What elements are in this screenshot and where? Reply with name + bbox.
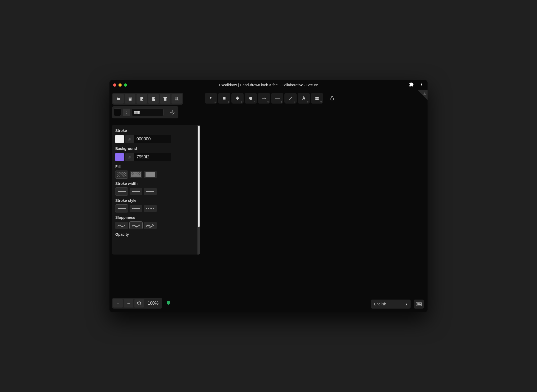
background-color-swatch[interactable] (115, 153, 124, 161)
svg-point-1 (421, 84, 422, 85)
panel-scrollbar[interactable] (197, 125, 200, 255)
titlebar: Excalidraw | Hand-drawn look & feel · Co… (109, 80, 428, 90)
svg-rect-36 (420, 304, 421, 305)
canvas-color-swatch[interactable] (114, 109, 121, 116)
tool-diamond[interactable]: 3 (231, 93, 244, 104)
svg-point-9 (249, 97, 252, 100)
svg-rect-15 (331, 98, 334, 100)
encryption-shield-icon[interactable] (166, 300, 171, 306)
stroke-thick-button[interactable] (144, 188, 157, 195)
zoom-value: 100% (145, 301, 161, 306)
svg-point-6 (177, 97, 178, 99)
properties-panel: Stroke # Background # Fill (112, 125, 200, 255)
svg-rect-4 (164, 97, 167, 98)
svg-rect-33 (420, 303, 420, 304)
svg-rect-24 (266, 171, 268, 173)
app-content: # 1 2 3 4 5 6 7 A8 9 Stroke # (109, 90, 428, 312)
svg-rect-31 (418, 303, 418, 304)
svg-rect-13 (315, 99, 317, 100)
svg-rect-12 (317, 97, 319, 98)
chevron-up-icon: ▴ (406, 302, 407, 306)
tool-arrow[interactable]: 5 (258, 93, 270, 104)
minimize-window-button[interactable] (118, 83, 122, 87)
fill-hachure-button[interactable] (115, 171, 128, 178)
svg-rect-3 (164, 98, 166, 101)
svg-rect-35 (418, 304, 420, 305)
window-controls (113, 83, 127, 87)
svg-rect-32 (419, 303, 419, 304)
stroke-style-label: Stroke style (115, 198, 194, 203)
svg-point-2 (421, 86, 422, 86)
stroke-color-swatch[interactable] (115, 135, 124, 143)
style-dashed-button[interactable] (130, 205, 142, 212)
background-color-input[interactable] (134, 153, 171, 161)
tool-selection[interactable]: 1 (205, 93, 217, 104)
fill-label: Fill (115, 164, 194, 169)
svg-rect-8 (223, 97, 225, 99)
fill-solid-button[interactable] (144, 171, 157, 178)
svg-point-28 (272, 166, 275, 169)
svg-point-20 (269, 173, 279, 182)
tool-freedraw[interactable]: 7 (284, 93, 297, 104)
language-select[interactable]: English ▴ (371, 300, 411, 309)
tool-ellipse[interactable]: 4 (245, 93, 257, 104)
extension-icon[interactable] (409, 82, 414, 88)
svg-point-18 (252, 161, 320, 232)
close-window-button[interactable] (113, 83, 116, 87)
stroke-medium-button[interactable] (130, 188, 142, 195)
style-dotted-button[interactable] (144, 205, 157, 212)
tool-text[interactable]: A8 (298, 93, 310, 104)
tool-line[interactable]: 6 (271, 93, 283, 104)
lock-tool-button[interactable] (327, 93, 337, 104)
svg-point-5 (175, 97, 177, 99)
sloppiness-architect-button[interactable] (115, 222, 128, 229)
svg-rect-25 (279, 171, 281, 173)
language-value: English (374, 302, 386, 306)
export-button[interactable] (148, 94, 159, 104)
tool-image[interactable]: 9 (311, 93, 323, 104)
save-as-button[interactable] (137, 94, 147, 104)
save-button[interactable] (125, 94, 135, 104)
svg-point-7 (172, 112, 173, 113)
stroke-width-label: Stroke width (115, 181, 194, 186)
svg-rect-23 (267, 172, 280, 184)
stroke-label: Stroke (115, 128, 194, 133)
opacity-label: Opacity (115, 232, 194, 237)
maximize-window-button[interactable] (124, 83, 127, 87)
canvas-color-input[interactable] (132, 109, 164, 116)
canvas-color-control: # (112, 106, 178, 118)
svg-rect-11 (315, 97, 317, 98)
stroke-thin-button[interactable] (115, 188, 128, 195)
more-icon[interactable] (419, 82, 424, 88)
svg-rect-30 (417, 303, 417, 304)
sloppiness-artist-button[interactable] (130, 222, 142, 229)
tool-rectangle[interactable]: 2 (218, 93, 230, 104)
hash-label: # (125, 153, 134, 161)
svg-rect-22 (283, 188, 287, 202)
sloppiness-label: Sloppiness (115, 215, 194, 220)
zoom-in-button[interactable]: + (113, 299, 123, 308)
style-solid-button[interactable] (115, 205, 128, 212)
svg-point-0 (421, 83, 422, 83)
footer-right: English ▴ (371, 300, 424, 309)
keyboard-shortcuts-button[interactable] (414, 300, 424, 309)
settings-button[interactable] (168, 108, 177, 117)
sloppiness-cartoonist-button[interactable] (144, 222, 157, 229)
hash-label: # (125, 135, 134, 143)
fill-crosshatch-button[interactable] (130, 171, 142, 178)
svg-point-19 (252, 161, 320, 232)
stroke-color-input[interactable] (134, 135, 171, 143)
svg-point-21 (290, 173, 300, 182)
svg-rect-34 (417, 304, 417, 305)
svg-rect-14 (317, 99, 319, 100)
background-label: Background (115, 146, 194, 151)
zoom-reset-button[interactable] (134, 299, 144, 308)
shape-toolbar: 1 2 3 4 5 6 7 A8 9 (205, 93, 337, 104)
svg-rect-26 (266, 182, 268, 185)
github-corner[interactable] (418, 90, 428, 100)
window-title: Excalidraw | Hand-drawn look & feel · Co… (219, 83, 318, 87)
open-button[interactable] (113, 94, 124, 104)
zoom-out-button[interactable]: − (124, 299, 133, 308)
collaborate-button[interactable] (171, 94, 182, 104)
clear-canvas-button[interactable] (160, 94, 170, 104)
